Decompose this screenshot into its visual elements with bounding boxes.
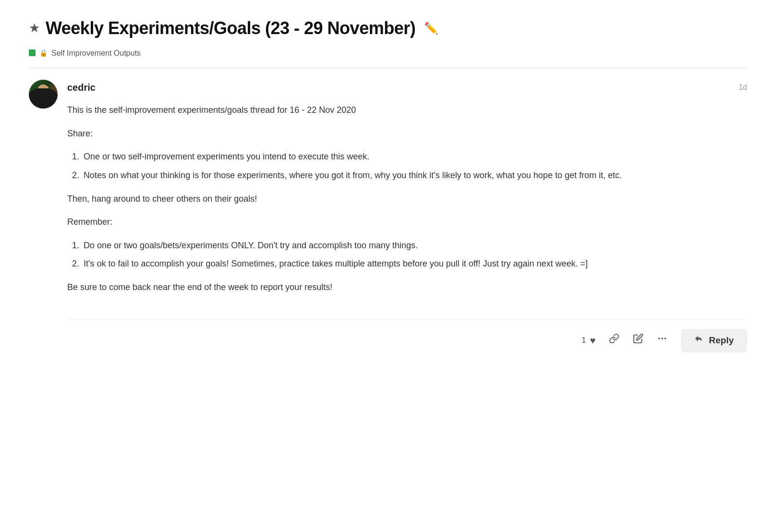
like-count: 1	[582, 334, 586, 347]
post-content: cedric 1d This is the self-improvement e…	[67, 80, 747, 352]
like-button[interactable]: 1 ♥	[582, 333, 595, 348]
edit-post-icon[interactable]	[633, 332, 643, 349]
reply-button[interactable]: Reply	[681, 329, 747, 352]
svg-point-2	[665, 338, 667, 340]
share-item-1: One or two self-improvement experiments …	[82, 149, 747, 164]
divider	[29, 68, 747, 68]
channel-color-square	[29, 49, 36, 56]
svg-point-0	[658, 338, 660, 340]
post-header: cedric 1d	[67, 80, 747, 95]
post-time: 1d	[739, 81, 747, 94]
post-body: This is the self-improvement experiments…	[67, 103, 747, 294]
post-closing: Be sure to come back near the end of the…	[67, 280, 747, 295]
avatar-figure	[29, 88, 58, 109]
channel-name[interactable]: Self Improvement Outputs	[51, 47, 141, 60]
reply-label: Reply	[709, 335, 734, 346]
page-title: Weekly Experiments/Goals (23 - 29 Novemb…	[46, 14, 415, 42]
more-options-icon[interactable]	[657, 332, 667, 349]
post-actions: 1 ♥	[67, 319, 747, 352]
avatar	[29, 80, 58, 109]
post-share-label: Share:	[67, 126, 747, 141]
share-list: One or two self-improvement experiments …	[82, 149, 747, 182]
page-container: ★ Weekly Experiments/Goals (23 - 29 Nove…	[0, 0, 776, 391]
share-item-2: Notes on what your thinking is for those…	[82, 168, 747, 183]
post-then-text: Then, hang around to cheer others on the…	[67, 192, 747, 206]
breadcrumb: 🔒 Self Improvement Outputs	[29, 47, 747, 60]
lock-icon: 🔒	[39, 48, 48, 58]
svg-point-1	[661, 338, 663, 340]
remember-item-2: It's ok to fail to accomplish your goals…	[82, 256, 747, 271]
post: cedric 1d This is the self-improvement e…	[29, 80, 747, 371]
post-author: cedric	[67, 80, 96, 95]
post-remember-label: Remember:	[67, 215, 747, 230]
post-intro: This is the self-improvement experiments…	[67, 103, 747, 118]
share-link-icon[interactable]	[609, 332, 619, 349]
title-row: ★ Weekly Experiments/Goals (23 - 29 Nove…	[29, 14, 747, 42]
bookmark-star-icon: ★	[29, 18, 40, 38]
remember-item-1: Do one or two goals/bets/experiments ONL…	[82, 238, 747, 253]
remember-list: Do one or two goals/bets/experiments ONL…	[82, 238, 747, 271]
reply-arrow-icon	[694, 335, 704, 347]
avatar-col	[29, 80, 58, 352]
edit-icon[interactable]: ✏️	[424, 19, 438, 37]
heart-icon[interactable]: ♥	[590, 333, 595, 348]
